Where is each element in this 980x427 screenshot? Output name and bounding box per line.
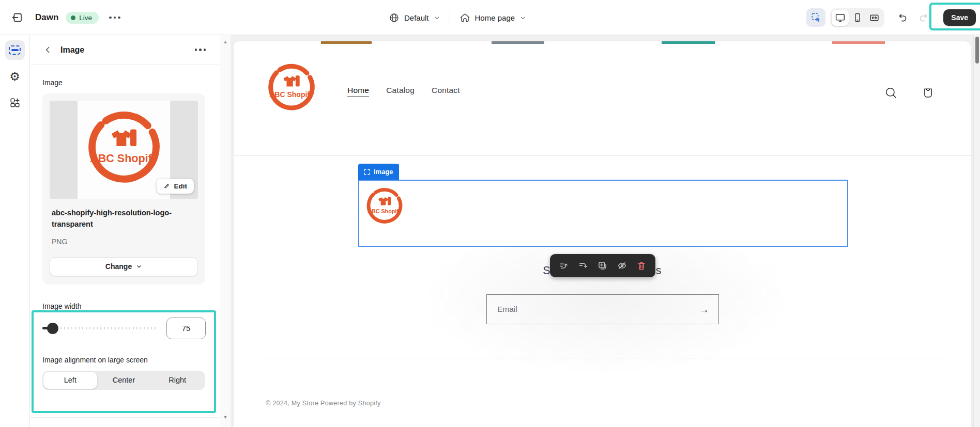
image-alignment-setting: Image alignment on large screen Left Cen… — [42, 356, 206, 390]
mobile-icon — [852, 12, 863, 23]
slider-track — [42, 327, 157, 329]
pencil-icon — [163, 183, 171, 190]
alignment-option-right[interactable]: Right — [150, 372, 204, 389]
thumbnail-letterbox-left — [50, 101, 78, 199]
hide-section-icon[interactable] — [616, 259, 629, 273]
change-button-label: Change — [105, 262, 132, 271]
mobile-preview-button[interactable] — [849, 10, 866, 26]
panel-body: Image ABC Shopify — [30, 65, 220, 390]
slider-knob[interactable] — [47, 323, 58, 334]
alignment-option-left[interactable]: Left — [43, 372, 97, 389]
cart-bag-icon[interactable] — [917, 82, 939, 103]
panel-title: Image — [60, 45, 192, 55]
topbar-left: Dawn Live — [7, 0, 124, 35]
desktop-preview-button[interactable] — [832, 10, 849, 26]
rail-app-embeds-tab[interactable] — [5, 93, 25, 113]
selection-corners-icon — [364, 169, 370, 175]
live-status-badge: Live — [66, 12, 99, 24]
footer-copyright: © 2024, My Store Powered by Shopify — [266, 400, 381, 407]
image-thumbnail: ABC Shopify Edit — [50, 101, 198, 199]
store-header-section[interactable]: ABC Shopify Home Catalog Contact — [234, 41, 971, 156]
selected-section-badge[interactable]: Image — [358, 164, 399, 180]
panel-section-divider — [30, 417, 220, 418]
delete-section-icon[interactable] — [635, 259, 648, 273]
topbar-right: Save — [806, 0, 976, 35]
redo-button[interactable] — [914, 9, 932, 26]
section-image-content: ABC Shopify — [362, 185, 407, 229]
globe-icon — [389, 12, 400, 23]
sections-icon — [9, 45, 21, 55]
search-icon[interactable] — [880, 82, 901, 103]
move-section-up-icon[interactable] — [557, 259, 571, 273]
block-more-actions-button[interactable] — [192, 43, 209, 56]
nav-link-contact[interactable]: Contact — [432, 86, 460, 97]
preview-scrollbar-thumb[interactable] — [975, 37, 979, 64]
undo-button[interactable] — [894, 9, 911, 26]
image-width-input[interactable] — [166, 318, 206, 339]
image-filetype: PNG — [52, 238, 196, 246]
settings-panel: Image Image ABC Shopify — [30, 35, 220, 427]
image-picker-card: ABC Shopify Edit abc-shopi — [42, 93, 205, 284]
fullscreen-preview-button[interactable] — [866, 10, 883, 26]
panel-scrollbar[interactable]: ▲ ▼ — [220, 35, 231, 427]
alignment-segmented-control: Left Center Right — [42, 371, 205, 390]
svg-text:ABC Shopify: ABC Shopify — [269, 90, 314, 99]
chevron-left-icon — [43, 45, 52, 54]
storefront-preview: ABC Shopify Home Catalog Contact — [234, 41, 971, 427]
move-section-down-icon[interactable] — [576, 259, 590, 273]
duplicate-section-icon[interactable] — [596, 259, 609, 273]
exit-editor-button[interactable] — [7, 7, 28, 28]
store-nav: Home Catalog Contact — [347, 86, 460, 97]
edit-image-button[interactable]: Edit — [157, 179, 194, 194]
alignment-option-center[interactable]: Center — [97, 372, 151, 389]
image-width-label: Image width — [42, 302, 206, 310]
topbar-center: Default Home page — [389, 0, 526, 35]
scroll-down-icon[interactable]: ▼ — [220, 415, 231, 420]
svg-text:ABC Shopify: ABC Shopify — [368, 208, 402, 214]
edit-button-label: Edit — [174, 182, 188, 190]
nav-link-catalog[interactable]: Catalog — [386, 86, 415, 97]
locale-selector[interactable]: Default — [389, 12, 440, 23]
store-logo[interactable]: ABC Shopify — [263, 60, 320, 118]
inspect-cursor-icon — [810, 12, 822, 23]
redo-icon — [918, 12, 929, 23]
inspect-mode-button[interactable] — [806, 8, 825, 27]
preview-canvas: ABC Shopify Home Catalog Contact — [231, 35, 980, 427]
newsletter-form: → — [486, 294, 719, 324]
image-width-setting: Image width — [42, 302, 206, 339]
save-button[interactable]: Save — [943, 9, 976, 26]
rail-sections-tab[interactable] — [5, 40, 25, 60]
live-badge-label: Live — [79, 14, 92, 22]
nav-link-home[interactable]: Home — [347, 86, 369, 97]
rail-theme-settings-tab[interactable]: ⚙ — [5, 67, 25, 86]
live-dot-icon — [71, 15, 75, 20]
fullwidth-icon — [869, 12, 880, 23]
footer-divider — [264, 358, 941, 358]
topbar: Dawn Live Default — [0, 0, 980, 35]
email-input[interactable] — [487, 295, 690, 324]
selected-image-section[interactable]: ABC Shopify — [358, 180, 848, 247]
gear-icon: ⚙ — [9, 71, 20, 83]
chevron-down-icon — [519, 14, 526, 21]
page-selector[interactable]: Home page — [460, 12, 527, 23]
page-selector-label: Home page — [475, 13, 515, 22]
theme-more-actions-button[interactable] — [106, 11, 124, 24]
apps-icon — [9, 97, 21, 108]
scroll-up-icon[interactable]: ▲ — [220, 39, 231, 44]
preview-scrollbar[interactable] — [973, 35, 980, 427]
change-image-button[interactable]: Change — [50, 257, 198, 276]
home-icon — [460, 12, 470, 23]
left-rail: ⚙ — [0, 35, 30, 427]
back-button[interactable] — [41, 43, 54, 56]
image-width-slider[interactable] — [42, 323, 157, 334]
exit-icon — [11, 11, 24, 24]
theme-editor: Dawn Live Default — [0, 0, 980, 427]
store-header-icons — [880, 82, 939, 103]
locale-label: Default — [404, 13, 429, 22]
device-preview-toggle — [830, 8, 884, 27]
topbar-divider — [450, 11, 450, 24]
chevron-down-icon — [136, 263, 142, 270]
section-toolbar — [550, 254, 655, 277]
image-filename: abc-shopify-high-resolution-logo-transpa… — [52, 208, 179, 230]
newsletter-submit-button[interactable]: → — [690, 304, 718, 315]
